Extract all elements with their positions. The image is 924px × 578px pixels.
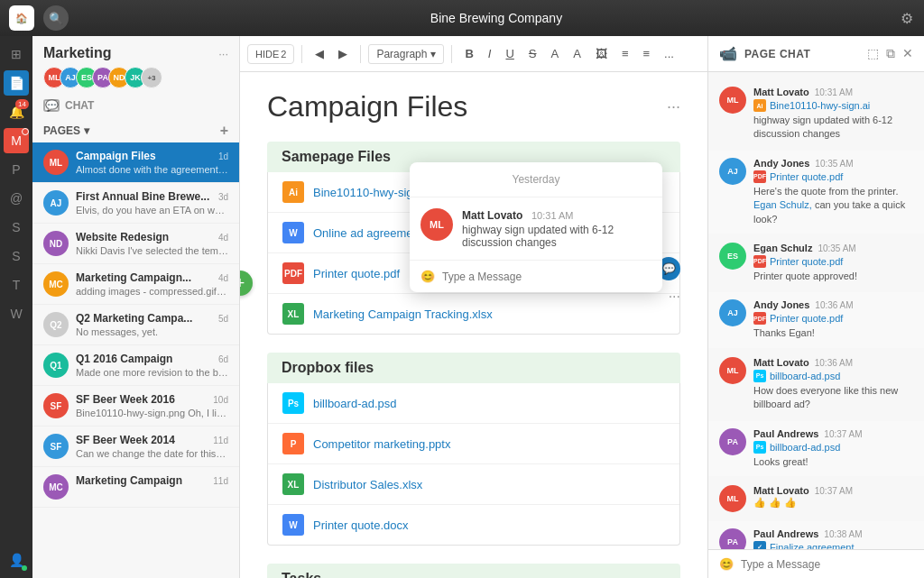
icon-s1[interactable]: S [4, 215, 29, 240]
rp-msg-author-4: Matt Lovato [753, 357, 809, 368]
sidebar-item-2[interactable]: ND Website Redesign 4d Nikki Davis I've … [32, 224, 239, 264]
si-date-1: 3d [218, 192, 228, 202]
undo-button[interactable]: ◀ [310, 44, 329, 63]
file-row-3[interactable]: XL Marketing Campaign Tracking.xlsx [268, 294, 679, 334]
color-button[interactable]: A [546, 44, 565, 63]
rp-msg-author-1: Andy Jones [753, 158, 809, 169]
icon-notifications[interactable]: 🔔14 [4, 99, 29, 124]
rp-msg-file-icon-2: PDF [753, 255, 766, 268]
top-bar: 🏠 🔍 Bine Brewing Company ⚙ [0, 0, 924, 36]
redo-button[interactable]: ▶ [333, 44, 353, 63]
italic-button[interactable]: I [483, 44, 497, 63]
rp-message-input[interactable] [741, 558, 913, 571]
settings-icon[interactable]: ⚙ [901, 10, 913, 27]
si-content-7: SF Beer Week 2014 11d Can we change the … [76, 434, 228, 459]
dropbox-section-header: Dropbox files [267, 353, 680, 383]
page-menu-button[interactable]: ··· [667, 97, 680, 116]
image-button[interactable]: 🖼 [590, 44, 613, 63]
icon-s2[interactable]: S [4, 243, 29, 269]
rp-msg-file-name-3[interactable]: Printer quote.pdf [770, 313, 843, 324]
dropbox-name-0[interactable]: billboard-ad.psd [313, 397, 397, 410]
dropbox-row-1[interactable]: P Competitor marketing.pptx [268, 424, 679, 464]
sidebar-item-5[interactable]: Q1 Q1 2016 Campaign 6d Made one more rev… [32, 345, 239, 386]
indent-button[interactable]: ≡ [637, 44, 655, 63]
rp-emoji-icon[interactable]: 😊 [719, 557, 734, 571]
icon-p[interactable]: P [4, 157, 29, 182]
chat-button[interactable]: 💬 CHAT [32, 96, 239, 119]
rp-msg-file-name-4[interactable]: billboard-ad.psd [770, 371, 840, 381]
dropbox-row-2[interactable]: XL Distributor Sales.xlsx [268, 464, 679, 505]
search-button[interactable]: 🔍 [43, 5, 69, 31]
rp-msg-file-3: PDF Printer quote.pdf [753, 312, 913, 325]
rp-msg-7: PA Paul Andrews 10:38 AM ✓ Finalize agre… [708, 521, 924, 549]
right-panel: 📹 PAGE CHAT ⬚ ⧉ ✕ ML Matt Lovato 10:31 A… [707, 36, 924, 578]
rp-expand-button[interactable]: ⬚ [867, 46, 879, 61]
popup-msg-author: Matt Lovato [462, 209, 522, 222]
rp-msg-file-name-1[interactable]: Printer quote.pdf [770, 171, 843, 182]
dropbox-name-2[interactable]: Distributor Sales.xlsx [313, 478, 422, 491]
rp-msg-avatar-1: AJ [719, 158, 746, 185]
sidebar-item-6[interactable]: SF SF Beer Week 2016 10d Bine10110-hwy-s… [32, 386, 239, 427]
dropbox-name-3[interactable]: Printer quote.docx [313, 518, 409, 532]
rp-msg-time-5: 10:37 AM [824, 429, 862, 439]
hide-button[interactable]: HIDE 2 [247, 44, 294, 64]
inline-more-icon[interactable]: ··· [669, 289, 680, 305]
sidebar-item-0[interactable]: ML Campaign Files 1d Almost done with th… [32, 142, 239, 183]
rp-msg-file-name-5[interactable]: billboard-ad.psd [770, 442, 840, 453]
main-layout: ⊞ 📄 🔔14 M P @ S S T W 👤 Marketing ··· ML… [0, 36, 924, 578]
si-date-8: 11d [213, 476, 228, 486]
add-content-button[interactable]: + [240, 271, 253, 296]
strikethrough-button[interactable]: S [523, 44, 542, 63]
app-logo[interactable]: 🏠 [9, 5, 34, 31]
paragraph-select[interactable]: Paragraph ▾ [368, 44, 444, 64]
popup-emoji-icon[interactable]: 😊 [420, 270, 435, 283]
rp-msg-file-name-7[interactable]: Finalize agreement [770, 542, 855, 549]
popup-message-input[interactable] [442, 271, 651, 283]
rp-msg-time-7: 10:38 AM [824, 529, 862, 539]
icon-at[interactable]: @ [4, 186, 29, 211]
file-name-2[interactable]: Printer quote.pdf [313, 267, 400, 280]
file-icon-doc-1: W [282, 222, 304, 243]
si-title-6: SF Beer Week 2016 [76, 393, 175, 406]
highlight-button[interactable]: A [568, 44, 587, 63]
rp-msg-body-4: Matt Lovato 10:36 AM Ps billboard-ad.psd… [753, 357, 913, 412]
sidebar-more-button[interactable]: ··· [218, 47, 228, 60]
rp-popout-button[interactable]: ⧉ [886, 46, 895, 61]
tasks-section-header: Tasks [267, 564, 680, 578]
icon-pages[interactable]: 📄 [4, 70, 29, 96]
rp-msg-author-7: Paul Andrews [753, 528, 818, 539]
file-name-3[interactable]: Marketing Campaign Tracking.xlsx [313, 307, 493, 321]
toolbar-divider-3 [451, 45, 452, 63]
rp-msg-text-3: Thanks Egan! [753, 326, 913, 340]
sidebar-item-1[interactable]: AJ First Annual Bine Brewe... 3d Elvis, … [32, 183, 239, 224]
dropbox-row-0[interactable]: Ps billboard-ad.psd [268, 383, 679, 424]
avatar-count: +3 [141, 67, 162, 88]
icon-t[interactable]: T [4, 272, 29, 298]
rp-close-button[interactable]: ✕ [902, 46, 913, 61]
rp-msg-file-name-2[interactable]: Printer quote.pdf [770, 256, 843, 267]
dropbox-section-body: Ps billboard-ad.psd P Competitor marketi… [267, 383, 680, 546]
rp-msg-avatar-0: ML [719, 87, 746, 114]
list-button[interactable]: ≡ [616, 44, 634, 63]
pages-add-button[interactable]: + [220, 123, 228, 139]
dropbox-row-3[interactable]: W Printer quote.docx [268, 505, 679, 545]
dropbox-name-1[interactable]: Competitor marketing.pptx [313, 437, 450, 451]
icon-grid[interactable]: ⊞ [4, 41, 29, 67]
rp-msg-body-3: Andy Jones 10:36 AM PDF Printer quote.pd… [753, 299, 913, 340]
icon-w[interactable]: W [4, 301, 29, 326]
rp-msg-file-name-0[interactable]: Bine10110-hwy-sign.ai [770, 100, 870, 111]
icon-person[interactable]: 👤 [4, 547, 29, 573]
sidebar-item-4[interactable]: Q2 Q2 Marketing Campa... 5d No messages,… [32, 305, 239, 345]
icon-m-active[interactable]: M [4, 128, 29, 153]
more-button[interactable]: ... [659, 44, 679, 63]
rp-msg-top-2: Egan Schulz 10:35 AM [753, 243, 913, 253]
rp-msg-body-2: Egan Schulz 10:35 AM PDF Printer quote.p… [753, 243, 913, 283]
sidebar-item-7[interactable]: SF SF Beer Week 2014 11d Can we change t… [32, 427, 239, 467]
si-content-0: Campaign Files 1d Almost done with the a… [76, 150, 228, 175]
underline-button[interactable]: U [500, 44, 519, 63]
pages-header[interactable]: PAGES ▾ + [32, 119, 239, 142]
sidebar-item-3[interactable]: MC Marketing Campaign... 4d adding image… [32, 264, 239, 305]
bold-button[interactable]: B [459, 44, 478, 63]
file-icon-pptx-1: P [282, 433, 304, 454]
sidebar-item-8[interactable]: MC Marketing Campaign 11d [32, 467, 239, 508]
